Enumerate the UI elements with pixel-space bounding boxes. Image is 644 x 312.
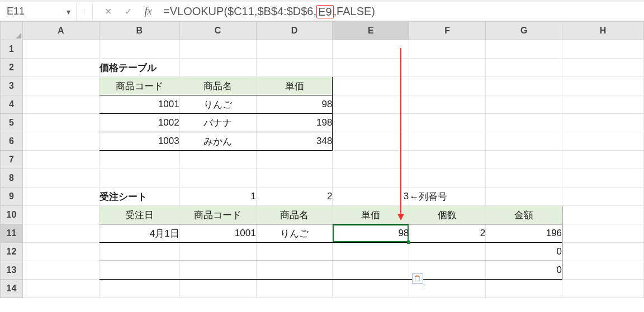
- cell-G14[interactable]: [486, 280, 562, 298]
- cell-C5[interactable]: バナナ: [179, 114, 256, 132]
- cell-D11[interactable]: りんご: [256, 224, 333, 243]
- cell-F1[interactable]: [409, 40, 486, 59]
- cell-G4[interactable]: [486, 95, 562, 114]
- row-header-14[interactable]: 14: [1, 280, 23, 298]
- cell-E5[interactable]: [333, 114, 409, 132]
- cell-G7[interactable]: [486, 151, 562, 169]
- cell-G13[interactable]: 0: [486, 261, 562, 280]
- cell-C8[interactable]: [179, 169, 256, 188]
- cell-A5[interactable]: [22, 114, 99, 132]
- cell-A8[interactable]: [22, 169, 99, 188]
- cell-D4[interactable]: 98: [256, 95, 333, 114]
- cell-E1[interactable]: [333, 40, 409, 59]
- cell-D10[interactable]: 商品名: [256, 206, 333, 224]
- cell-C14[interactable]: [179, 280, 256, 298]
- cell-E13[interactable]: [333, 261, 409, 280]
- row-header-13[interactable]: 13: [1, 261, 23, 280]
- formula-input[interactable]: =VLOOKUP($C11,$B$4:$D$6, E9 ,FALSE): [163, 5, 375, 18]
- cell-C2[interactable]: [179, 59, 256, 77]
- select-all-corner[interactable]: [1, 22, 23, 40]
- cell-F9-note[interactable]: ←列番号: [409, 188, 486, 206]
- cell-D5[interactable]: 198: [256, 114, 333, 132]
- cell-D12[interactable]: [256, 243, 333, 261]
- cell-E14[interactable]: [333, 280, 409, 298]
- paste-options-icon[interactable]: [412, 273, 423, 284]
- cell-G5[interactable]: [486, 114, 562, 132]
- cell-G9[interactable]: [486, 188, 562, 206]
- cell-A6[interactable]: [22, 132, 99, 151]
- cell-B9-order-title[interactable]: 受注シート: [99, 188, 179, 206]
- col-header-D[interactable]: D: [256, 22, 333, 40]
- cell-C6[interactable]: みかん: [179, 132, 256, 151]
- cell-C9[interactable]: 1: [179, 188, 256, 206]
- cell-D13[interactable]: [256, 261, 333, 280]
- cell-G8[interactable]: [486, 169, 562, 188]
- row-header-3[interactable]: 3: [1, 77, 23, 95]
- cell-E4[interactable]: [333, 95, 409, 114]
- cell-B10[interactable]: 受注日: [99, 206, 179, 224]
- cell-A9[interactable]: [22, 188, 99, 206]
- cell-E3[interactable]: [333, 77, 409, 95]
- cell-H11[interactable]: [562, 224, 644, 243]
- cell-H14[interactable]: [562, 280, 644, 298]
- accept-icon[interactable]: ✓: [123, 6, 133, 17]
- cell-G1[interactable]: [486, 40, 562, 59]
- cell-G6[interactable]: [486, 132, 562, 151]
- cell-B3[interactable]: 商品コード: [99, 77, 179, 95]
- cell-A1[interactable]: [22, 40, 99, 59]
- cell-B5[interactable]: 1002: [99, 114, 179, 132]
- row-header-5[interactable]: 5: [1, 114, 23, 132]
- cell-F10[interactable]: 個数: [409, 206, 486, 224]
- cell-F2[interactable]: [409, 59, 486, 77]
- cell-H13[interactable]: [562, 261, 644, 280]
- cell-F4[interactable]: [409, 95, 486, 114]
- cell-E12[interactable]: [333, 243, 409, 261]
- cell-C12[interactable]: [179, 243, 256, 261]
- cell-G12[interactable]: 0: [486, 243, 562, 261]
- cell-B13[interactable]: [99, 261, 179, 280]
- cell-B7[interactable]: [99, 151, 179, 169]
- cell-E9[interactable]: 3: [333, 188, 409, 206]
- cell-E8[interactable]: [333, 169, 409, 188]
- row-header-9[interactable]: 9: [1, 188, 23, 206]
- cell-C11[interactable]: 1001: [179, 224, 256, 243]
- cell-F8[interactable]: [409, 169, 486, 188]
- row-header-4[interactable]: 4: [1, 95, 23, 114]
- cell-E2[interactable]: [333, 59, 409, 77]
- cell-C7[interactable]: [179, 151, 256, 169]
- cell-H9[interactable]: [562, 188, 644, 206]
- cell-B12[interactable]: [99, 243, 179, 261]
- col-header-H[interactable]: H: [562, 22, 644, 40]
- cell-G3[interactable]: [486, 77, 562, 95]
- cell-G10[interactable]: 金額: [486, 206, 562, 224]
- cell-F6[interactable]: [409, 132, 486, 151]
- col-header-G[interactable]: G: [486, 22, 562, 40]
- cell-A11[interactable]: [22, 224, 99, 243]
- cell-C13[interactable]: [179, 261, 256, 280]
- cell-F7[interactable]: [409, 151, 486, 169]
- row-header-11[interactable]: 11: [1, 224, 23, 243]
- row-header-1[interactable]: 1: [1, 40, 23, 59]
- col-header-B[interactable]: B: [99, 22, 179, 40]
- cell-H10[interactable]: [562, 206, 644, 224]
- cell-B6[interactable]: 1003: [99, 132, 179, 151]
- cell-E10[interactable]: 単価: [333, 206, 409, 224]
- row-header-6[interactable]: 6: [1, 132, 23, 151]
- row-header-2[interactable]: 2: [1, 59, 23, 77]
- row-header-8[interactable]: 8: [1, 169, 23, 188]
- cell-H4[interactable]: [562, 95, 644, 114]
- cell-C3[interactable]: 商品名: [179, 77, 256, 95]
- cell-D2[interactable]: [256, 59, 333, 77]
- cell-E11-active[interactable]: 98: [333, 224, 409, 243]
- cell-F12[interactable]: [409, 243, 486, 261]
- cell-H7[interactable]: [562, 151, 644, 169]
- name-box[interactable]: E11 ▾: [0, 2, 77, 21]
- cell-D7[interactable]: [256, 151, 333, 169]
- cell-C10[interactable]: 商品コード: [179, 206, 256, 224]
- cell-B2-price-title[interactable]: 価格テーブル: [99, 59, 179, 77]
- cell-H6[interactable]: [562, 132, 644, 151]
- cell-A3[interactable]: [22, 77, 99, 95]
- col-header-A[interactable]: A: [22, 22, 99, 40]
- cell-F3[interactable]: [409, 77, 486, 95]
- cell-D3[interactable]: 単価: [256, 77, 333, 95]
